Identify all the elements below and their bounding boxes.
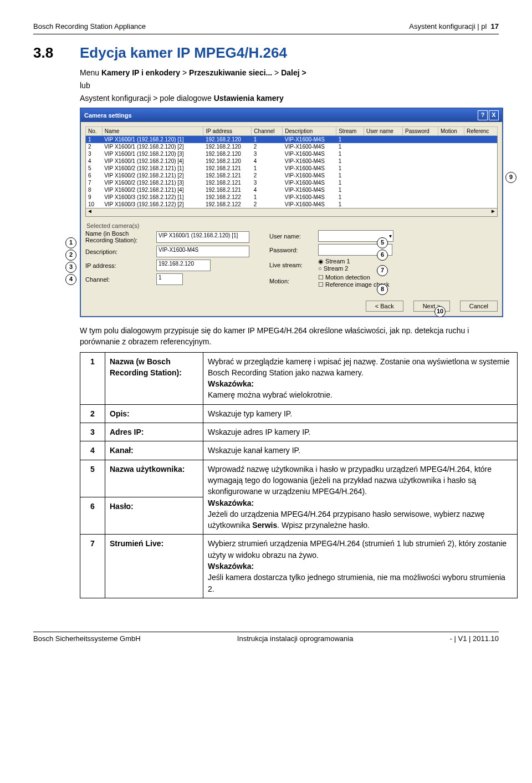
chevron-down-icon: ▾	[389, 233, 392, 239]
callout-9: 9	[505, 172, 516, 183]
callout-8: 8	[377, 284, 388, 295]
callout-2: 2	[65, 250, 76, 261]
input-channel[interactable]: 1	[156, 273, 183, 285]
footer-mid: Instrukcja instalacji oprogramowania	[237, 634, 354, 643]
table-scrollbar[interactable]	[85, 209, 498, 217]
input-ip[interactable]: 192.168.2.120	[156, 260, 211, 271]
camera-table[interactable]: No.NameIP addressChannelDescriptionStrea…	[85, 126, 498, 209]
menu-path-2: Asystent konfiguracji > pole dialogowe U…	[80, 93, 499, 104]
top-rule	[33, 34, 499, 34]
back-button[interactable]: < Back	[366, 301, 403, 312]
label-desc: Description:	[85, 248, 152, 255]
label-ip: IP address:	[85, 262, 152, 269]
dialog-titlebar: Camera settings ? X	[81, 109, 502, 122]
close-icon[interactable]: X	[489, 110, 499, 120]
callout-7: 7	[377, 265, 388, 276]
input-desc[interactable]: VIP-X1600-M4S	[156, 246, 249, 257]
intro-paragraph: W tym polu dialogowym przypisuje się do …	[80, 325, 499, 348]
input-name[interactable]: VIP X1600/1 (192.168.2.120) [1]	[156, 231, 249, 243]
radio-stream2[interactable]: Stream 2	[318, 265, 348, 272]
label-channel: Channel:	[85, 276, 152, 283]
label-name: Name (in Bosch Recording Station):	[85, 230, 152, 243]
help-icon[interactable]: ?	[478, 110, 488, 120]
dialog-screenshot: Camera settings ? X No.NameIP addressCha…	[80, 108, 499, 317]
cancel-button[interactable]: Cancel	[460, 301, 498, 312]
label-pass: Password:	[269, 247, 314, 253]
label-user: User name:	[269, 233, 314, 240]
label-live: Live stream:	[269, 262, 314, 268]
callout-6: 6	[377, 250, 388, 261]
callout-4: 4	[65, 274, 76, 285]
callout-3: 3	[65, 262, 76, 273]
label-motion: Motion:	[269, 278, 314, 284]
description-table: 1Nazwa (w Bosch Recording Station):Wybra…	[80, 352, 518, 598]
doc-title-left: Bosch Recording Station Appliance	[33, 22, 146, 30]
callout-1: 1	[65, 237, 76, 248]
section-title: Edycja kamer IP MPEG4/H.264	[80, 44, 287, 62]
footer-left: Bosch Sicherheitssysteme GmbH	[33, 634, 141, 643]
section-number: 3.8	[33, 44, 60, 62]
radio-stream1[interactable]: Stream 1	[318, 258, 350, 265]
selected-header: Selected camera(s)	[86, 222, 498, 229]
callout-5: 5	[377, 237, 388, 248]
footer-right: - | V1 | 2011.10	[450, 634, 499, 643]
menu-path-1: Menu Kamery IP i enkodery > Przeszukiwan…	[80, 67, 499, 79]
callout-10: 10	[434, 306, 446, 317]
menu-path-or: lub	[80, 80, 499, 91]
doc-title-right: Asystent konfiguracji | pl 17	[409, 22, 499, 30]
chk-motion[interactable]: Motion detection	[318, 274, 370, 281]
